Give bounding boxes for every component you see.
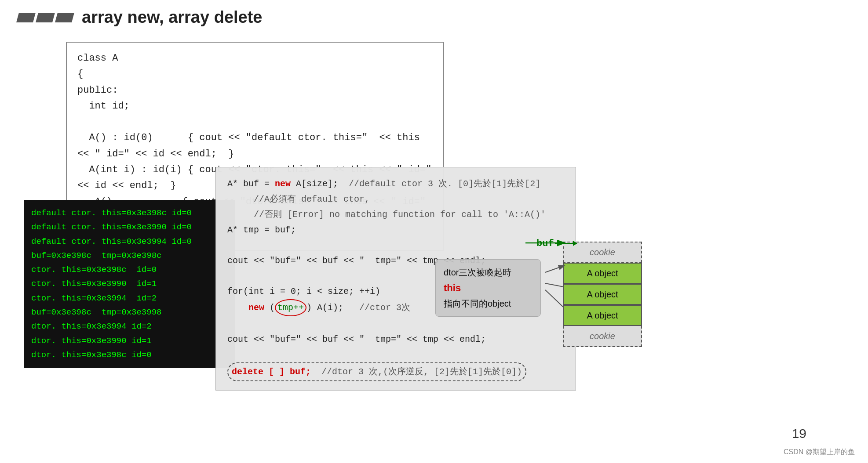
overlay-line-9: delete [ ] buf; //dtor 3 次,(次序逆反, [2]先於[… <box>227 362 564 381</box>
code-line-ctor-default: A() : id(0) { cout << "default ctor. thi… <box>77 130 433 162</box>
buf-arrow <box>555 243 577 244</box>
header-icon-group <box>18 13 73 22</box>
terminal-line-2: default ctor. this=0x3e3990 id=0 <box>31 220 228 234</box>
terminal-box: default ctor. this=0x3e398c id=0 default… <box>24 200 235 368</box>
watermark: CSDN @期望上岸的鱼 <box>784 448 855 457</box>
terminal-line-9: dtor. this=0x3e3994 id=2 <box>31 319 228 333</box>
page-title: array new, array delete <box>82 8 263 27</box>
header-icon-2 <box>36 13 55 22</box>
code-line-public: public: <box>77 83 433 98</box>
page-number: 19 <box>792 426 806 441</box>
terminal-line-8: buf=0x3e398c tmp=0x3e3998 <box>31 305 228 319</box>
overlay-line-1: A* buf = new A[size]; //default ctor 3 次… <box>227 176 564 192</box>
terminal-line-4: buf=0x3e398c tmp=0x3e398c <box>31 249 228 263</box>
terminal-line-7: ctor. this=0x3e3994 id=2 <box>31 291 228 305</box>
code-line-brace1: { <box>77 66 433 82</box>
terminal-line-10: dtor. this=0x3e3990 id=1 <box>31 334 228 348</box>
annotation-bubble: dtor三次被喚起時 this 指向不同的object <box>435 259 541 317</box>
buf-label: buf <box>536 238 554 249</box>
code-line-class: class A <box>77 51 433 66</box>
mem-cell-aobject-3: A object <box>563 305 642 326</box>
memory-diagram: buf cookie A object A object A object co… <box>563 215 651 347</box>
overlay-line-8: cout << "buf=" << buf << " tmp=" << tmp … <box>227 332 564 347</box>
terminal-line-1: default ctor. this=0x3e398c id=0 <box>31 206 228 220</box>
mem-cell-aobject-2: A object <box>563 284 642 305</box>
terminal-line-6: ctor. this=0x3e3990 id=1 <box>31 277 228 291</box>
overlay-line-4: A* tmp = buf; <box>227 222 564 238</box>
overlay-line-3: //否則 [Error] no matching function for ca… <box>227 207 564 222</box>
header-icon-1 <box>16 13 36 22</box>
terminal-line-5: ctor. this=0x3e398c id=0 <box>31 263 228 277</box>
mem-cell-aobject-1: A object <box>563 263 642 284</box>
mem-cell-cookie-bottom: cookie <box>563 326 642 347</box>
annotation-line-3: 指向不同的object <box>444 296 532 311</box>
header-icon-3 <box>55 13 74 22</box>
terminal-line-11: dtor. this=0x3e398c id=0 <box>31 348 228 362</box>
terminal-line-3: default ctor. this=0x3e3994 id=0 <box>31 235 228 249</box>
code-line-intid: int id; <box>77 98 433 114</box>
page-header: array new, array delete <box>0 0 868 31</box>
overlay-line-2: //A必須有 default ctor, <box>227 192 564 207</box>
annotation-line-1: dtor三次被喚起時 <box>444 265 532 280</box>
annotation-line-2: this <box>444 280 532 296</box>
